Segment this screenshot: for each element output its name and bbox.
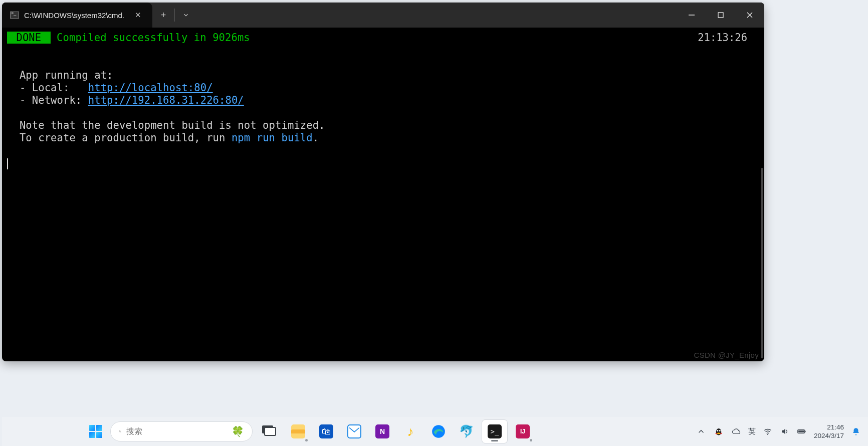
svg-point-10 — [717, 432, 720, 434]
close-icon — [746, 12, 753, 19]
ime-indicator[interactable]: 英 — [748, 427, 756, 436]
cmd-icon — [10, 12, 19, 19]
terminal-window: C:\WINDOWS\system32\cmd. ✕ + 21:13:26 DO… — [2, 3, 764, 361]
local-url-link[interactable]: http://localhost:80/ — [88, 82, 213, 94]
tab-close-button[interactable]: ✕ — [131, 9, 145, 22]
mail-icon — [347, 424, 361, 438]
local-label: - Local: — [7, 82, 88, 94]
svg-point-8 — [717, 430, 718, 431]
ms-store-button[interactable]: 🛍 — [314, 420, 339, 443]
dolphin-app-button[interactable]: 🐬 — [454, 420, 479, 443]
notifications-button[interactable] — [851, 426, 861, 437]
network-label: - Network: — [7, 94, 88, 106]
done-badge: DONE — [7, 32, 51, 44]
taskbar-clock[interactable]: 21:46 2024/3/17 — [814, 423, 844, 440]
terminal-taskbar-button[interactable]: >_ — [482, 420, 507, 443]
svg-rect-13 — [805, 431, 805, 432]
volume-tray-icon[interactable] — [780, 426, 790, 436]
maximize-icon — [717, 12, 724, 19]
search-icon — [119, 427, 121, 436]
start-button[interactable] — [84, 420, 107, 443]
npm-run-build-cmd: npm run build — [232, 132, 313, 144]
windows-logo-icon — [89, 425, 102, 438]
clock-time: 21:46 — [814, 423, 844, 431]
edge-button[interactable] — [426, 420, 451, 443]
tab-title: C:\WINDOWS\system32\cmd. — [24, 11, 126, 20]
bell-icon — [851, 427, 860, 436]
terminal-icon: >_ — [488, 424, 502, 438]
battery-tray-icon[interactable] — [797, 426, 807, 436]
wifi-icon — [763, 427, 772, 436]
speaker-icon — [780, 427, 789, 436]
svg-point-9 — [719, 430, 721, 431]
clock-date: 2024/3/17 — [814, 431, 844, 440]
tab-active[interactable]: C:\WINDOWS\system32\cmd. ✕ — [2, 3, 152, 28]
titlebar: C:\WINDOWS\system32\cmd. ✕ + — [2, 3, 764, 28]
minimize-icon — [688, 12, 695, 19]
onedrive-tray-icon[interactable] — [731, 426, 741, 436]
file-explorer-button[interactable] — [286, 420, 311, 443]
compiled-msg: Compiled successfully in 9026ms — [51, 32, 250, 44]
dolphin-icon: 🐬 — [460, 424, 474, 438]
music-icon: ♪ — [403, 424, 417, 438]
close-window-button[interactable] — [735, 3, 764, 28]
note-line-2-pre: To create a production build, run — [7, 132, 232, 144]
mail-button[interactable] — [342, 420, 367, 443]
network-url-link[interactable]: http://192.168.31.226:80/ — [88, 94, 244, 106]
svg-point-4 — [119, 430, 121, 432]
svg-rect-1 — [718, 13, 723, 18]
wifi-tray-icon[interactable] — [763, 426, 773, 436]
battery-icon — [797, 427, 806, 436]
scrollbar[interactable] — [761, 168, 763, 358]
system-tray: 英 21:46 2024/3/17 — [696, 423, 861, 440]
tab-dropdown-button[interactable] — [175, 3, 197, 28]
intellij-button[interactable]: IJ — [510, 420, 535, 443]
note-line-1: Note that the development build is not o… — [7, 119, 325, 131]
onenote-button[interactable]: N — [370, 420, 395, 443]
note-line-2-post: . — [313, 132, 319, 144]
taskbar: 🍀 🛍 N ♪ 🐬 >_ IJ 英 21:46 2024/3/17 — [2, 417, 868, 446]
maximize-button[interactable] — [706, 3, 735, 28]
new-tab-button[interactable]: + — [152, 3, 174, 28]
task-view-button[interactable] — [258, 420, 283, 443]
qq-tray-icon[interactable] — [713, 426, 724, 437]
terminal-output[interactable]: DONE Compiled successfully in 9026ms App… — [2, 28, 764, 173]
store-icon: 🛍 — [319, 424, 333, 438]
terminal-cursor — [7, 158, 8, 169]
svg-point-6 — [432, 425, 445, 438]
music-app-button[interactable]: ♪ — [398, 420, 423, 443]
task-view-icon — [264, 427, 276, 436]
search-decoration-icon: 🍀 — [232, 425, 244, 437]
svg-line-5 — [120, 432, 121, 432]
cloud-icon — [732, 427, 741, 436]
onenote-icon: N — [375, 424, 389, 438]
app-running-line: App running at: — [7, 69, 113, 81]
svg-rect-14 — [798, 430, 804, 432]
taskbar-pinned-apps: 🛍 N ♪ 🐬 >_ IJ — [258, 420, 535, 443]
svg-point-7 — [716, 428, 722, 435]
chevron-down-icon — [182, 12, 189, 19]
minimize-button[interactable] — [677, 3, 706, 28]
folder-icon — [291, 424, 305, 438]
tray-overflow-button[interactable] — [696, 426, 706, 436]
edge-icon — [431, 424, 446, 438]
build-timestamp: 21:13:26 — [698, 32, 747, 44]
taskbar-search[interactable]: 🍀 — [110, 421, 253, 441]
intellij-icon: IJ — [516, 424, 530, 438]
chevron-up-icon — [697, 427, 706, 436]
window-controls — [677, 3, 764, 28]
svg-point-11 — [767, 434, 768, 435]
search-input[interactable] — [126, 427, 227, 436]
